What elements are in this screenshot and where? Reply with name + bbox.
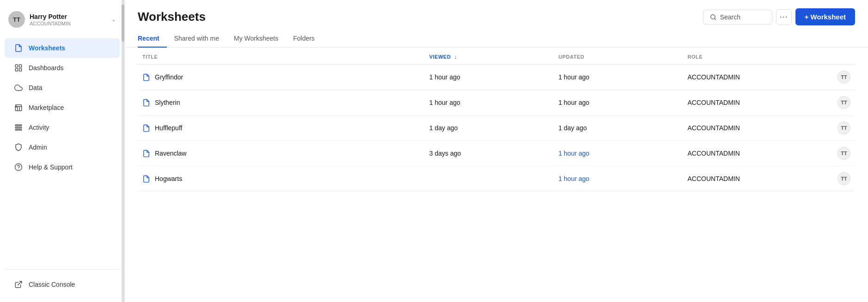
sidebar-item-data[interactable]: Data: [5, 78, 120, 97]
cell-title: Ravenclaw: [138, 141, 425, 166]
cell-updated: 1 day ago: [554, 115, 683, 141]
table-row[interactable]: Slytherin 1 hour ago 1 hour ago ACCOUNTA…: [138, 90, 855, 115]
chevron-down-icon: ⌄: [111, 16, 116, 23]
cell-role: ACCOUNTADMIN: [683, 115, 812, 141]
sidebar-item-worksheets[interactable]: Worksheets: [5, 38, 120, 58]
document-icon: [142, 99, 150, 107]
row-avatar: TT: [837, 71, 850, 84]
col-role: ROLE: [683, 48, 812, 65]
user-role: ACCOUNTADMIN: [30, 21, 107, 26]
sort-arrow-icon: ↓: [454, 54, 457, 60]
cloud-icon: [14, 83, 23, 92]
table-row[interactable]: Ravenclaw 3 days ago 1 hour ago ACCOUNTA…: [138, 141, 855, 166]
main-header: Worksheets Search ··· + Worksheet: [125, 0, 868, 30]
main-content: Worksheets Search ··· + Worksheet Recent…: [125, 0, 868, 302]
col-title: TITLE: [138, 48, 425, 65]
svg-rect-0: [15, 65, 18, 67]
user-profile[interactable]: TT Harry Potter ACCOUNTADMIN ⌄: [0, 5, 124, 34]
tab-shared-with-me[interactable]: Shared with me: [167, 30, 226, 48]
new-worksheet-button[interactable]: + Worksheet: [795, 8, 855, 25]
worksheet-title: Slytherin: [155, 99, 180, 106]
cell-user-avatar: TT: [812, 115, 855, 141]
user-name: Harry Potter: [30, 13, 107, 20]
worksheets-table: TITLE VIEWED ↓ UPDATED ROLE: [138, 48, 855, 192]
row-avatar: TT: [837, 96, 850, 109]
row-avatar: TT: [837, 121, 850, 134]
worksheet-title: Hufflepuff: [155, 124, 182, 132]
worksheet-title: Ravenclaw: [155, 150, 186, 157]
sidebar-scrollbar-thumb: [122, 5, 124, 42]
worksheet-title: Gryffindor: [155, 73, 183, 81]
table-row[interactable]: Gryffindor 1 hour ago 1 hour ago ACCOUNT…: [138, 65, 855, 90]
tabs-bar: Recent Shared with me My Worksheets Fold…: [125, 30, 868, 48]
external-link-icon: [14, 280, 23, 289]
user-info: Harry Potter ACCOUNTADMIN: [30, 13, 107, 26]
sidebar-item-dashboards[interactable]: Dashboards: [5, 58, 120, 78]
sidebar-item-admin[interactable]: Admin: [5, 138, 120, 157]
cell-viewed: 1 hour ago: [425, 65, 554, 90]
sidebar-item-help[interactable]: Help & Support: [5, 157, 120, 177]
cell-title: Slytherin: [138, 90, 425, 115]
svg-line-11: [714, 18, 715, 19]
help-icon: [14, 163, 23, 172]
table-row[interactable]: Hufflepuff 1 day ago 1 day ago ACCOUNTAD…: [138, 115, 855, 141]
search-box[interactable]: Search: [703, 10, 772, 24]
tab-my-worksheets[interactable]: My Worksheets: [226, 30, 286, 48]
sidebar-item-classic-console[interactable]: Classic Console: [5, 275, 120, 294]
avatar: TT: [8, 11, 25, 28]
svg-rect-2: [15, 69, 18, 71]
table-container: TITLE VIEWED ↓ UPDATED ROLE: [125, 48, 868, 302]
sidebar-nav: Worksheets Dashboards Data: [0, 34, 124, 269]
tab-folders[interactable]: Folders: [286, 30, 322, 48]
cell-role: ACCOUNTADMIN: [683, 90, 812, 115]
cell-viewed: 1 hour ago: [425, 90, 554, 115]
cell-viewed: [425, 166, 554, 192]
file-icon: [14, 43, 23, 53]
sidebar-item-label: Activity: [29, 124, 49, 131]
sidebar-item-label: Data: [29, 84, 43, 91]
svg-rect-3: [19, 69, 22, 71]
cell-role: ACCOUNTADMIN: [683, 141, 812, 166]
sidebar-scrollbar[interactable]: [122, 0, 124, 302]
col-user: [812, 48, 855, 65]
document-icon: [142, 150, 150, 157]
sidebar-item-label: Marketplace: [29, 104, 64, 111]
svg-rect-1: [19, 65, 22, 67]
cell-title: Hogwarts: [138, 166, 425, 192]
cell-role: ACCOUNTADMIN: [683, 166, 812, 192]
document-icon: [142, 175, 150, 183]
sidebar-item-label: Worksheets: [29, 44, 65, 52]
sidebar: TT Harry Potter ACCOUNTADMIN ⌄ Worksheet…: [0, 0, 125, 302]
sidebar-bottom: Classic Console: [5, 269, 120, 302]
header-actions: Search ··· + Worksheet: [703, 8, 855, 25]
svg-line-9: [18, 281, 22, 285]
cell-viewed: 1 day ago: [425, 115, 554, 141]
cell-updated: 1 hour ago: [554, 90, 683, 115]
cell-user-avatar: TT: [812, 141, 855, 166]
cell-updated: 1 hour ago: [554, 166, 683, 192]
more-options-button[interactable]: ···: [776, 9, 792, 25]
list-icon: [14, 123, 23, 132]
tab-recent[interactable]: Recent: [138, 30, 167, 48]
page-title: Worksheets: [138, 10, 697, 24]
grid-icon: [14, 63, 23, 72]
col-viewed[interactable]: VIEWED ↓: [425, 48, 554, 65]
svg-rect-5: [15, 127, 22, 128]
worksheet-title: Hogwarts: [155, 175, 182, 182]
svg-rect-4: [15, 125, 22, 126]
cell-user-avatar: TT: [812, 90, 855, 115]
svg-rect-6: [15, 129, 22, 130]
search-label: Search: [720, 13, 740, 21]
sidebar-item-marketplace[interactable]: Marketplace: [5, 98, 120, 117]
shield-icon: [14, 143, 23, 152]
document-icon: [142, 73, 150, 81]
sidebar-item-activity[interactable]: Activity: [5, 118, 120, 137]
search-icon: [710, 14, 716, 20]
sidebar-item-label: Classic Console: [29, 281, 75, 288]
row-avatar: TT: [837, 172, 850, 185]
cell-title: Hufflepuff: [138, 115, 425, 141]
sidebar-item-label: Help & Support: [29, 163, 73, 171]
table-row[interactable]: Hogwarts 1 hour ago ACCOUNTADMIN TT: [138, 166, 855, 192]
sidebar-item-label: Dashboards: [29, 64, 64, 72]
cell-viewed: 3 days ago: [425, 141, 554, 166]
